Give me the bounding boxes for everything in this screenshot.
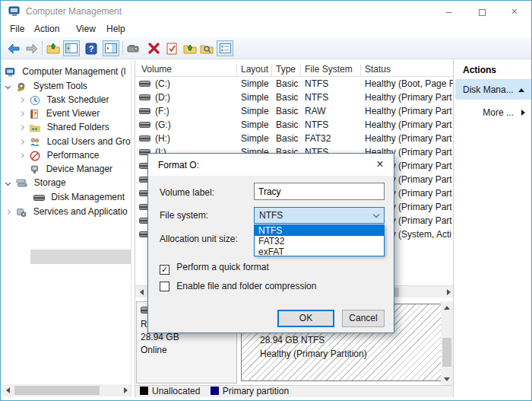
table-row[interactable]: (H:)SimpleBasicFAT32Healthy (Primary Par… (135, 132, 453, 145)
dialog-title: Format O: (158, 160, 199, 170)
event-viewer-icon (30, 109, 40, 119)
dialog-title-bar: Format O: × (148, 154, 394, 176)
menu-file[interactable]: File (10, 24, 24, 34)
tree-item-services-applications[interactable]: Services and Applicatio (6, 205, 131, 218)
properties-icon[interactable] (163, 40, 180, 56)
device-manager-icon (30, 164, 40, 175)
scroll-left-icon[interactable] (135, 286, 147, 298)
tree-item-task-scheduler[interactable]: Task Scheduler (20, 93, 131, 107)
scroll-left-icon[interactable] (2, 384, 14, 396)
quick-format-checkbox-row[interactable]: ✓ Perform a quick format (160, 262, 269, 272)
column-status[interactable]: Status (365, 64, 391, 75)
title-bar: Computer Management – × (1, 1, 531, 22)
menu-help[interactable]: Help (106, 24, 125, 34)
actions-more-item[interactable]: More ... (455, 104, 532, 121)
legend-primary-partition: Primary partition (211, 386, 289, 396)
forward-icon[interactable] (24, 40, 40, 56)
list-view-icon[interactable] (217, 40, 233, 56)
allocation-unit-label: Allocation unit size: (160, 234, 238, 244)
app-icon (8, 5, 21, 20)
column-volume[interactable]: Volume (141, 64, 172, 75)
maximize-button[interactable] (465, 1, 499, 22)
tree-item-storage[interactable]: Storage (6, 176, 131, 189)
submenu-arrow-icon (521, 110, 525, 116)
cancel-button[interactable]: Cancel (342, 310, 385, 327)
file-system-combobox[interactable]: NTFS (254, 207, 385, 224)
actions-group-disk-management[interactable]: Disk Mana... (455, 80, 532, 100)
scroll-down-icon[interactable] (441, 373, 453, 385)
file-system-label: File system: (160, 210, 208, 221)
file-system-dropdown-list: NTFS FAT32 exFAT (254, 224, 385, 256)
delete-icon[interactable] (145, 40, 162, 56)
tree-item-device-manager[interactable]: Device Manager (20, 162, 131, 176)
unallocated-swatch (140, 387, 148, 395)
tree-horizontal-scrollbar[interactable] (2, 384, 131, 396)
close-button[interactable]: × (498, 1, 531, 22)
compression-label: Enable file and folder compression (176, 281, 316, 291)
tree-item-computer-management[interactable]: Computer Management (l (5, 65, 131, 78)
scroll-right-icon[interactable] (442, 286, 454, 298)
tree-item-performance[interactable]: Performance (20, 148, 131, 162)
column-type[interactable]: Type (276, 64, 296, 75)
dropdown-option-ntfs[interactable]: NTFS (255, 225, 384, 236)
legend-bar: Unallocated Primary partition (135, 385, 453, 397)
computer-management-window: Computer Management – × File Action View… (0, 0, 532, 401)
volume-label-input[interactable] (254, 183, 385, 200)
collapse-icon[interactable] (518, 88, 524, 92)
table-row[interactable]: (F:)SimpleBasicRAWHealthy (Primary Part (135, 104, 453, 118)
ok-button[interactable]: OK (277, 310, 334, 327)
chevron-right-icon[interactable] (19, 125, 24, 130)
table-row[interactable]: (G:)SimpleBasicNTFSHealthy (Primary Part (135, 118, 453, 132)
up-folder-icon[interactable] (45, 40, 62, 56)
disk-management-icon (33, 195, 45, 201)
minimize-button[interactable]: – (432, 1, 466, 22)
actions-title: Actions (463, 65, 496, 75)
column-layout[interactable]: Layout (241, 64, 268, 75)
console-tree-panel: Computer Management (l System Tools Task… (2, 60, 131, 397)
help-icon[interactable]: ? (83, 40, 100, 56)
menu-action[interactable]: Action (34, 24, 59, 34)
disk-state: Online (141, 344, 233, 357)
compression-checkbox[interactable] (160, 282, 169, 291)
chevron-right-icon[interactable] (19, 97, 24, 103)
console-tree-toggle-icon[interactable] (63, 40, 80, 56)
device-icon[interactable] (125, 40, 142, 56)
dropdown-option-exfat[interactable]: exFAT (255, 247, 384, 257)
dropdown-option-fat32[interactable]: FAT32 (255, 236, 384, 247)
tree-item-shared-folders[interactable]: Shared Folders (20, 120, 131, 134)
volume-list-header: Volume Layout Type File System Status (135, 62, 453, 77)
combobox-chevron-icon[interactable] (373, 212, 379, 218)
folder-search-icon[interactable] (198, 40, 215, 56)
table-row[interactable]: (D:)SimpleBasicNTFSHealthy (Primary Part (135, 91, 453, 104)
quick-format-checkbox[interactable]: ✓ (160, 265, 169, 275)
diskview-vertical-scrollbar[interactable] (441, 301, 453, 385)
chevron-right-icon[interactable] (5, 209, 11, 215)
scroll-up-icon[interactable] (441, 301, 453, 313)
compression-checkbox-row[interactable]: Enable file and folder compression (160, 281, 316, 291)
scroll-right-icon[interactable] (119, 384, 131, 396)
folder-up-icon[interactable] (182, 40, 198, 56)
tree-item-disk-management[interactable]: Disk Management (33, 190, 131, 204)
tree-item-local-users-groups[interactable]: Local Users and Gro (20, 135, 131, 148)
menu-view[interactable]: View (76, 24, 96, 34)
action-pane-toggle-icon[interactable] (103, 40, 119, 56)
format-dialog: Format O: × Volume label: File system: N… (147, 153, 394, 333)
chevron-down-icon[interactable] (5, 84, 11, 89)
tree-item-system-tools[interactable]: System Tools (6, 79, 131, 93)
chevron-right-icon[interactable] (19, 139, 24, 145)
tree-selection-highlight (30, 250, 131, 264)
chevron-right-icon[interactable] (19, 111, 24, 116)
column-file-system[interactable]: File System (305, 64, 353, 75)
menu-bar: File Action View Help (1, 22, 531, 37)
computer-icon (5, 67, 16, 78)
partition-status: Healthy (Primary Partition) (260, 347, 367, 361)
tree-item-event-viewer[interactable]: Event Viewer (20, 107, 131, 120)
services-icon (16, 207, 27, 218)
chevron-down-icon[interactable] (5, 180, 11, 186)
local-users-icon (30, 137, 40, 147)
primary-partition-swatch (211, 387, 219, 395)
dialog-close-icon[interactable]: × (371, 156, 389, 173)
chevron-right-icon[interactable] (19, 153, 24, 158)
table-row[interactable]: (C:)SimpleBasicNTFSHealthy (Boot, Page F (135, 77, 453, 91)
back-icon[interactable] (5, 40, 22, 56)
